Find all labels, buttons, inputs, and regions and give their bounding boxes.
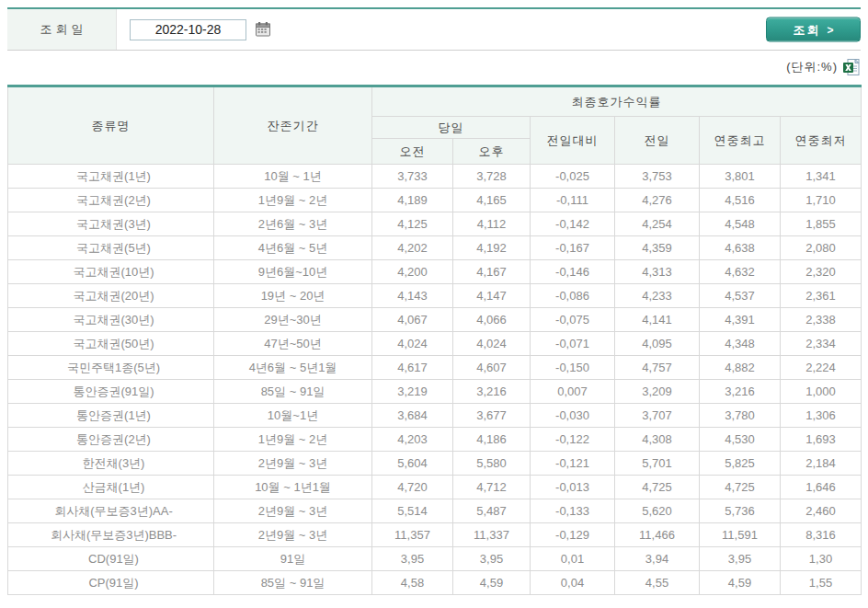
bond-name-cell: 국고채권(2년) bbox=[8, 189, 214, 212]
bond-name-cell: 회사채(무보증3년)BBB- bbox=[8, 523, 214, 547]
prev-day-cell: 3,753 bbox=[615, 165, 700, 189]
year-low-cell: 1,30 bbox=[781, 547, 862, 571]
pm-yield-cell: 5,487 bbox=[453, 499, 531, 523]
pm-yield-cell: 4,112 bbox=[453, 212, 531, 236]
calendar-icon[interactable] bbox=[255, 21, 271, 38]
am-yield-cell: 3,219 bbox=[372, 380, 453, 404]
am-yield-cell: 4,58 bbox=[372, 571, 453, 595]
prev-day-cell: 4,233 bbox=[615, 284, 700, 308]
period-cell: 91일 bbox=[214, 547, 372, 571]
am-yield-cell: 3,733 bbox=[372, 165, 453, 189]
table-row: 통안증권(91일)85일 ~ 91일3,2193,2160,0073,2093,… bbox=[8, 380, 862, 404]
year-low-cell: 8,316 bbox=[781, 523, 862, 547]
table-row: 통안증권(1년)10월~1년3,6843,677-0,0303,7073,780… bbox=[8, 404, 862, 428]
year-low-cell: 2,080 bbox=[781, 236, 862, 260]
year-high-cell: 3,216 bbox=[700, 380, 781, 404]
bond-name-cell: 국민주택1종(5년) bbox=[8, 356, 214, 380]
bond-name-cell: 산금채(1년) bbox=[8, 476, 214, 499]
table-row: CD(91일)91일3,953,950,013,943,951,30 bbox=[8, 547, 862, 571]
year-high-cell: 4,516 bbox=[700, 189, 781, 212]
year-high-cell: 4,530 bbox=[700, 428, 781, 452]
change-cell: -0,150 bbox=[531, 356, 615, 380]
pm-yield-cell: 4,066 bbox=[453, 308, 531, 332]
prev-day-cell: 5,620 bbox=[615, 499, 700, 523]
table-row: 산금채(1년)10월 ~ 1년1월4,7204,712-0,0134,7254,… bbox=[8, 476, 862, 499]
table-row: 국고채권(2년)1년9월 ~ 2년4,1894,165-0,1114,2764,… bbox=[8, 189, 862, 212]
date-input[interactable] bbox=[130, 19, 246, 40]
am-yield-cell: 3,95 bbox=[372, 547, 453, 571]
bond-yield-page: 조회일 조회> (단위:%) bbox=[0, 0, 868, 608]
am-yield-cell: 4,202 bbox=[372, 236, 453, 260]
table-row: 국고채권(30년)29년~30년4,0674,066-0,0754,1414,3… bbox=[8, 308, 862, 332]
table-row: 국고채권(50년)47년~50년4,0244,024-0,0714,0954,3… bbox=[8, 332, 862, 356]
bond-name-cell: 통안증권(2년) bbox=[8, 428, 214, 452]
prev-day-cell: 4,095 bbox=[615, 332, 700, 356]
year-high-cell: 4,537 bbox=[700, 284, 781, 308]
period-cell: 1년9월 ~ 2년 bbox=[214, 428, 372, 452]
table-row: CP(91일)85일 ~ 91일4,584,590,044,554,591,55 bbox=[8, 571, 862, 595]
year-high-cell: 5,736 bbox=[700, 499, 781, 523]
pm-yield-cell: 3,677 bbox=[453, 404, 531, 428]
unit-row: (단위:%) bbox=[786, 58, 861, 76]
year-high-cell: 3,95 bbox=[700, 547, 781, 571]
change-cell: 0,01 bbox=[531, 547, 615, 571]
prev-day-cell: 4,55 bbox=[615, 571, 700, 595]
year-low-cell: 1,693 bbox=[781, 428, 862, 452]
search-filter-bar: 조회일 조회> bbox=[7, 7, 861, 51]
bond-name-cell: CD(91일) bbox=[8, 547, 214, 571]
year-high-cell: 4,882 bbox=[700, 356, 781, 380]
year-low-cell: 2,334 bbox=[781, 332, 862, 356]
col-header-name: 종류명 bbox=[8, 86, 214, 165]
table-row: 통안증권(2년)1년9월 ~ 2년4,2034,186-0,1224,3084,… bbox=[8, 428, 862, 452]
col-header-year-low: 연중최저 bbox=[781, 117, 862, 165]
year-low-cell: 2,184 bbox=[781, 452, 862, 476]
pm-yield-cell: 4,147 bbox=[453, 284, 531, 308]
table-row: 회사채(무보증3년)BBB-2년9월 ~ 3년11,35711,337-0,12… bbox=[8, 523, 862, 547]
search-button[interactable]: 조회> bbox=[766, 17, 861, 42]
prev-day-cell: 3,94 bbox=[615, 547, 700, 571]
change-cell: 0,04 bbox=[531, 571, 615, 595]
change-cell: -0,071 bbox=[531, 332, 615, 356]
date-field-area: 조회> bbox=[117, 9, 861, 50]
period-cell: 2년6월 ~ 3년 bbox=[214, 212, 372, 236]
change-cell: -0,013 bbox=[531, 476, 615, 499]
unit-label: (단위:%) bbox=[786, 59, 838, 75]
excel-download-icon[interactable] bbox=[842, 58, 861, 76]
year-low-cell: 1,55 bbox=[781, 571, 862, 595]
am-yield-cell: 5,514 bbox=[372, 499, 453, 523]
pm-yield-cell: 4,192 bbox=[453, 236, 531, 260]
am-yield-cell: 5,604 bbox=[372, 452, 453, 476]
period-cell: 1년9월 ~ 2년 bbox=[214, 189, 372, 212]
year-high-cell: 4,391 bbox=[700, 308, 781, 332]
search-button-label: 조회 bbox=[793, 21, 820, 38]
bond-name-cell: 국고채권(1년) bbox=[8, 165, 214, 189]
col-header-period: 잔존기간 bbox=[214, 86, 372, 165]
change-cell: -0,121 bbox=[531, 452, 615, 476]
pm-yield-cell: 4,59 bbox=[453, 571, 531, 595]
chevron-right-icon: > bbox=[827, 23, 833, 36]
period-cell: 4년6월 ~ 5년1월 bbox=[214, 356, 372, 380]
year-low-cell: 2,338 bbox=[781, 308, 862, 332]
am-yield-cell: 4,720 bbox=[372, 476, 453, 499]
am-yield-cell: 4,024 bbox=[372, 332, 453, 356]
date-label: 조회일 bbox=[7, 9, 117, 50]
year-high-cell: 4,725 bbox=[700, 476, 781, 499]
year-low-cell: 1,000 bbox=[781, 380, 862, 404]
pm-yield-cell: 4,024 bbox=[453, 332, 531, 356]
pm-yield-cell: 4,165 bbox=[453, 189, 531, 212]
prev-day-cell: 3,707 bbox=[615, 404, 700, 428]
change-cell: -0,146 bbox=[531, 260, 615, 284]
bond-name-cell: 국고채권(5년) bbox=[8, 236, 214, 260]
table-row: 한전채(3년)2년9월 ~ 3년5,6045,580-0,1215,7015,8… bbox=[8, 452, 862, 476]
table-row: 회사채(무보증3년)AA-2년9월 ~ 3년5,5145,487-0,1335,… bbox=[8, 499, 862, 523]
year-low-cell: 1,710 bbox=[781, 189, 862, 212]
period-cell: 2년9월 ~ 3년 bbox=[214, 499, 372, 523]
period-cell: 9년6월~10년 bbox=[214, 260, 372, 284]
am-yield-cell: 4,203 bbox=[372, 428, 453, 452]
period-cell: 4년6월 ~ 5년 bbox=[214, 236, 372, 260]
col-header-year-high: 연중최고 bbox=[700, 117, 781, 165]
prev-day-cell: 4,308 bbox=[615, 428, 700, 452]
bond-yield-table: 종류명 잔존기간 최종호가수익률 당일 전일대비 전일 연중최고 연중최저 오전… bbox=[7, 85, 862, 595]
change-cell: -0,133 bbox=[531, 499, 615, 523]
year-high-cell: 4,638 bbox=[700, 236, 781, 260]
